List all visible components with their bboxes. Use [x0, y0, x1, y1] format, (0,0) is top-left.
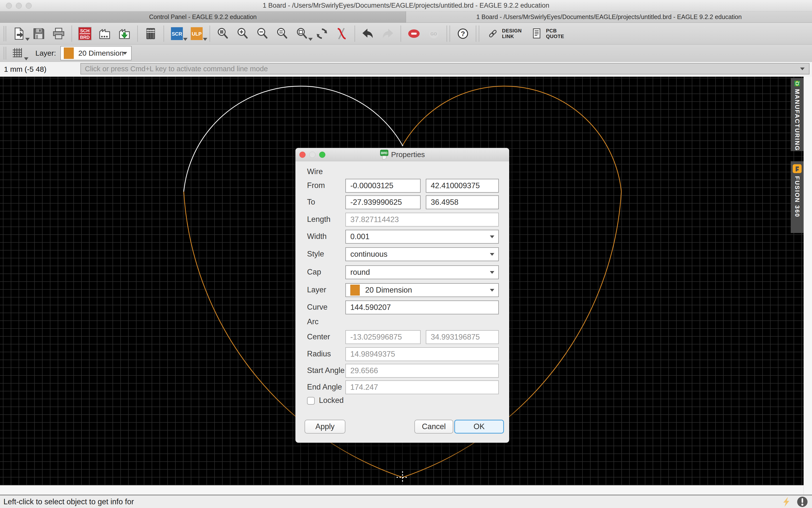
manufacturing-panel-tab[interactable]: MANUFACTURING: [791, 78, 804, 151]
toolbar-separator: [476, 26, 476, 42]
redo-button: [380, 27, 395, 41]
svg-text:GO: GO: [431, 32, 437, 36]
vertical-scrollbar[interactable]: [804, 77, 812, 495]
pcb-quote-button[interactable]: PCB QUOTE: [531, 28, 564, 40]
layer-label: Layer:: [35, 49, 56, 57]
zoom-select-button[interactable]: [295, 27, 309, 41]
undo-button[interactable]: [361, 27, 375, 41]
run-script-button[interactable]: SCR: [170, 27, 184, 41]
curve-field[interactable]: 144.590207: [346, 300, 499, 314]
layer-select-value: 20 Dimension: [78, 49, 123, 57]
factory-icon: [98, 27, 112, 41]
grid-settings-button[interactable]: [11, 46, 25, 60]
cap-select[interactable]: round: [346, 265, 499, 279]
fusion360-tab-label: FUSION 360: [794, 176, 801, 217]
window-title: 1 Board - /Users/MrSwirlyEyes/Documents/…: [263, 2, 550, 9]
floppy-disk-icon: [32, 27, 46, 41]
center-x-field: -13.025996875: [346, 330, 420, 344]
from-x-field[interactable]: -0.00003125: [346, 179, 420, 193]
from-label: From: [307, 181, 325, 190]
dropdown-caret-icon: [24, 57, 29, 60]
stop-button[interactable]: [407, 27, 421, 41]
from-y-field[interactable]: 42.410009375: [426, 179, 499, 193]
command-line-input[interactable]: Click or press Cmd+L key to activate com…: [80, 63, 810, 75]
horizontal-scrollbar[interactable]: [0, 485, 804, 495]
to-label: To: [307, 198, 315, 207]
apply-button[interactable]: Apply: [304, 420, 346, 433]
end-angle-label: End Angle: [307, 383, 342, 391]
design-link-button[interactable]: DESIGN LINK: [487, 28, 522, 40]
zoom-fit-button[interactable]: [216, 27, 230, 41]
run-ulp-button[interactable]: ULP: [190, 27, 204, 41]
width-select[interactable]: 0.001: [346, 230, 499, 244]
window-titlebar: 1 Board - /Users/MrSwirlyEyes/Documents/…: [0, 0, 812, 11]
layer-color-swatch: [64, 47, 74, 59]
load-cam-job-button[interactable]: [117, 27, 132, 41]
switch-sch-brd-button[interactable]: SCH BRD: [78, 27, 92, 41]
svg-text:ULP: ULP: [192, 31, 202, 37]
chevron-down-icon: [490, 236, 494, 238]
grid-icon: [11, 47, 24, 59]
toolbar-separator: [210, 26, 210, 42]
cam-processor-button[interactable]: [97, 27, 112, 41]
zoom-window-button[interactable]: [26, 3, 32, 9]
document-arrow-icon: [12, 27, 26, 41]
fusion360-icon: [792, 164, 802, 174]
toolbar-separator: [447, 26, 447, 42]
cancel-command-button[interactable]: [334, 27, 349, 41]
library-manager-button[interactable]: [144, 27, 158, 41]
eagle-board-window: 1 Board - /Users/MrSwirlyEyes/Documents/…: [0, 0, 812, 508]
toolbar-separator: [401, 26, 401, 42]
command-bar: 1 mm (-5 48) Click or press Cmd+L key to…: [0, 62, 812, 77]
help-button[interactable]: ?: [456, 27, 470, 41]
chain-link-icon: [487, 28, 499, 40]
toolbar-separator: [72, 26, 72, 42]
main-toolbar: SCH BRD: [0, 23, 812, 45]
tab-label: Control Panel - EAGLE 9.2.2 education: [149, 13, 257, 20]
document-tabbar: Control Panel - EAGLE 9.2.2 education 1 …: [0, 11, 812, 23]
warning-exclamation-icon[interactable]: [797, 496, 808, 508]
minimize-window-button[interactable]: [16, 3, 22, 9]
dropdown-caret-icon: [203, 38, 207, 41]
dropdown-caret-icon: [308, 38, 313, 41]
style-label: Style: [307, 250, 324, 258]
zoom-in-button[interactable]: [236, 27, 250, 41]
lightning-bolt-icon[interactable]: [781, 496, 792, 507]
open-file-button[interactable]: [12, 27, 26, 41]
svg-text:?: ?: [461, 30, 465, 38]
length-label: Length: [307, 215, 330, 224]
toolbar-separator: [164, 26, 164, 42]
redraw-button[interactable]: [315, 27, 329, 41]
fusion360-panel-tab[interactable]: FUSION 360: [791, 161, 804, 233]
start-angle-field: 29.6566: [346, 364, 499, 378]
toolbar-grip[interactable]: [3, 47, 6, 59]
properties-dialog: BRD Properties Wire From -0.00003125 42.…: [295, 148, 509, 443]
locked-checkbox[interactable]: [307, 397, 315, 405]
close-window-button[interactable]: [6, 3, 12, 9]
tab-board[interactable]: 1 Board - /Users/MrSwirlyEyes/Documents/…: [406, 11, 812, 23]
dialog-layer-select[interactable]: 20 Dimension: [346, 283, 499, 297]
print-button[interactable]: [51, 27, 66, 41]
ok-button[interactable]: OK: [454, 420, 504, 433]
svg-text:SCR: SCR: [172, 31, 182, 37]
layer-select[interactable]: 20 Dimension: [60, 46, 132, 60]
zoom-exact-button[interactable]: [275, 27, 289, 41]
save-button[interactable]: [32, 27, 46, 41]
quote-document-icon: [531, 28, 543, 40]
pcb-chip-icon: [792, 80, 802, 87]
cursor-coordinates: 1 mm (-5 48): [4, 62, 46, 77]
toolbar-grip[interactable]: [3, 26, 6, 41]
tab-label: 1 Board - /Users/MrSwirlyEyes/Documents/…: [476, 13, 742, 20]
tab-control-panel[interactable]: Control Panel - EAGLE 9.2.2 education: [0, 11, 406, 23]
ulp-icon: ULP: [190, 27, 204, 41]
zoom-out-icon: [255, 27, 270, 41]
to-x-field[interactable]: -27.939990625: [346, 196, 420, 209]
center-y-field: 34.993196875: [426, 330, 499, 344]
cancel-button[interactable]: Cancel: [414, 420, 453, 433]
style-select[interactable]: continuous: [346, 247, 499, 261]
zoom-exact-icon: [275, 27, 289, 41]
to-y-field[interactable]: 36.4958: [426, 196, 499, 209]
svg-text:SCH: SCH: [80, 29, 89, 33]
go-button: GO: [427, 27, 441, 41]
zoom-out-button[interactable]: [255, 27, 270, 41]
